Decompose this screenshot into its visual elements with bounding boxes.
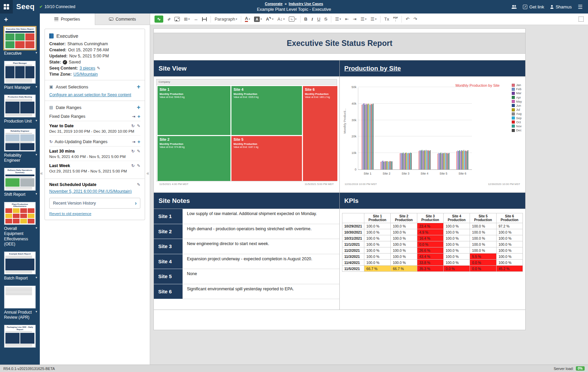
legend-item-oct[interactable]: Oct: [512, 121, 522, 124]
sidebar-item-batch-report[interactable]: Example Batch ReportBatch Report▾: [0, 250, 40, 284]
collapse-sidebar-handle[interactable]: «: [40, 170, 43, 176]
document-thumbnail[interactable]: Plant Manager: [4, 61, 36, 84]
insert-image[interactable]: [173, 16, 181, 22]
fixed-width[interactable]: ↔: [192, 16, 200, 23]
next-update-link[interactable]: November 5, 2021 6:00:00 PM (US/Mountain…: [49, 189, 132, 194]
version-history-button[interactable]: Recent Version History ›: [49, 198, 140, 209]
sidebar-item-partial-8[interactable]: Packaging Line OEE - Daily Report: [0, 323, 40, 350]
sidebar-item-reliability-engineer[interactable]: Reliability EngineerReliability Engineer…: [0, 127, 40, 166]
document-thumbnail[interactable]: Plant Production Effectiveness: [4, 202, 36, 225]
highlight-color[interactable]: A▾: [252, 16, 263, 23]
configure-asset-selection-link[interactable]: Configure an asset selection for Seeq co…: [49, 92, 131, 97]
toggle-content-borders[interactable]: [577, 16, 585, 23]
kpi-table[interactable]: Site 1 ProductionSite 2 ProductionSite 3…: [342, 213, 523, 272]
app-switcher-button[interactable]: [0, 0, 13, 14]
content-pieces-link[interactable]: 3 pieces: [80, 66, 95, 71]
font-size[interactable]: A↕▾: [276, 16, 286, 23]
legend-item-dec[interactable]: Dec: [512, 129, 522, 132]
document-thumbnail[interactable]: [4, 286, 36, 309]
document-thumbnail[interactable]: Refinery Daily Operations Summary: [4, 168, 36, 191]
add-auto-range-button[interactable]: +: [137, 139, 140, 144]
insert-table[interactable]: ⊞▾: [182, 16, 191, 23]
collapse-properties-handle[interactable]: «: [146, 170, 149, 176]
refresh-icon[interactable]: ↻: [131, 124, 135, 128]
document-thumbnail[interactable]: Example Batch Report: [4, 251, 36, 274]
user-menu[interactable]: Shamus: [550, 4, 572, 9]
hamburger-menu-icon[interactable]: ☰: [578, 4, 583, 10]
chevron-down-icon[interactable]: ▾: [35, 192, 37, 196]
undo[interactable]: ↶: [404, 16, 411, 23]
align[interactable]: ☰▾: [333, 16, 343, 23]
treemap-site-2[interactable]: Site 2Monthly ProductionValue at End: 97…: [158, 136, 230, 181]
legend-item-apr[interactable]: Apr: [512, 96, 522, 99]
tab-comments[interactable]: Comments: [95, 14, 150, 25]
clear-formatting[interactable]: Tx: [383, 16, 391, 23]
document-thumbnail[interactable]: Executive Site Status Report: [4, 27, 36, 50]
italic[interactable]: I: [310, 16, 315, 23]
chevron-down-icon[interactable]: ▾: [35, 226, 37, 230]
edit-range-icon[interactable]: ✎: [137, 149, 140, 154]
sidebar-item-annual-product-review-apr[interactable]: Annual Product Review (APR)▾: [0, 284, 40, 323]
edit-schedule-icon[interactable]: ✎: [137, 182, 140, 187]
step-to-end-icon[interactable]: ⇥: [132, 139, 135, 144]
indent[interactable]: ⇥: [351, 16, 358, 23]
treemap-site-1[interactable]: Site 1Monthly ProductionValue at End: 59…: [158, 86, 230, 135]
sidebar-item-production-unit[interactable]: Production Daily MeetingProduction Unit▾: [0, 93, 40, 127]
revert-link[interactable]: Revert to old experience: [49, 212, 91, 216]
step-to-end-icon[interactable]: ⇥: [132, 114, 135, 119]
add-fixed-range-button[interactable]: +: [137, 114, 140, 119]
treemap-site-6[interactable]: Site 6Monthly ProductionValue at End: 18…: [303, 86, 338, 181]
production-by-site-header[interactable]: Production by Site: [340, 60, 526, 77]
sidebar-item-overall-equipment-effectiveness-oee[interactable]: Plant Production EffectivenessOverall Eq…: [0, 200, 40, 250]
insert-signature[interactable]: ∿▾: [287, 16, 298, 23]
sidebar-item-shift-report[interactable]: Refinery Daily Operations SummaryShift R…: [0, 166, 40, 200]
timezone-link[interactable]: US/Mountain: [73, 72, 97, 77]
add-document-button[interactable]: +: [0, 16, 40, 25]
outdent[interactable]: ⇤: [343, 16, 351, 23]
legend-item-sep[interactable]: Sep: [512, 116, 522, 120]
underline[interactable]: U: [315, 16, 322, 23]
chevron-down-icon[interactable]: ▾: [35, 51, 37, 55]
insert-seeq-content[interactable]: ∿: [153, 15, 165, 24]
bullet-list[interactable]: ☰▾: [369, 16, 378, 23]
chevron-down-icon[interactable]: ▾: [35, 119, 37, 123]
chevron-down-icon[interactable]: ▾: [35, 310, 37, 314]
treemap-site-4[interactable]: Site 4Monthly ProductionValue at End: 15…: [231, 86, 302, 135]
document-scroll-area[interactable]: Executive Site Status Report Site View P…: [150, 25, 588, 365]
document-thumbnail[interactable]: Production Daily Meeting: [4, 95, 36, 117]
paragraph-style[interactable]: Paragraph▾: [213, 16, 239, 23]
breadcrumb-corporate[interactable]: Corporate: [265, 2, 283, 6]
edit-content-icon[interactable]: ✎: [97, 66, 100, 71]
redo[interactable]: ↷: [412, 16, 419, 23]
sidebar-item-plant-manager[interactable]: Plant ManagerPlant Manager▾: [0, 59, 40, 93]
refresh-icon[interactable]: ↻: [131, 149, 135, 154]
numbered-list[interactable]: ☰▾: [359, 16, 368, 23]
treemap[interactable]: Company Site 1Monthly ProductionValue at…: [156, 79, 337, 181]
legend-item-aug[interactable]: Aug: [512, 112, 522, 115]
edit-range-icon[interactable]: ✎: [137, 163, 140, 168]
treemap-site-5[interactable]: Site 5Monthly ProductionValue at End: 11…: [231, 136, 302, 181]
legend-item-jan[interactable]: Jan: [512, 83, 522, 87]
insert-date-range[interactable]: [200, 16, 208, 22]
edit-range-icon[interactable]: ✎: [137, 124, 140, 128]
breadcrumb-industry-use-cases[interactable]: Industry Use Cases: [289, 2, 323, 6]
chevron-down-icon[interactable]: ▾: [35, 276, 37, 280]
document-thumbnail[interactable]: Reliability Engineer: [4, 129, 36, 152]
legend-item-feb[interactable]: Feb: [512, 87, 522, 91]
legend-item-nov[interactable]: Nov: [512, 125, 522, 128]
legend-item-mar[interactable]: Mar: [512, 91, 522, 95]
legend-item-jul[interactable]: Jul: [512, 108, 522, 111]
strikethrough[interactable]: S: [323, 16, 329, 23]
text-color[interactable]: A▾: [243, 15, 252, 23]
insert-link[interactable]: ∞: [166, 16, 172, 23]
document-thumbnail[interactable]: Packaging Line OEE - Daily Report: [4, 325, 36, 348]
legend-item-may[interactable]: May: [512, 100, 522, 103]
add-asset-selection-button[interactable]: +: [137, 84, 140, 90]
refresh-icon[interactable]: ↻: [131, 163, 135, 168]
get-link-button[interactable]: ⇗ Get link: [523, 4, 544, 9]
tab-properties[interactable]: Properties: [40, 14, 95, 25]
users-icon[interactable]: [511, 5, 517, 9]
production-chart[interactable]: Monthly Producti... Monthly Production b…: [342, 79, 524, 181]
server-load-badge[interactable]: 0%: [576, 366, 585, 371]
font-family[interactable]: A✎▾: [264, 16, 275, 23]
